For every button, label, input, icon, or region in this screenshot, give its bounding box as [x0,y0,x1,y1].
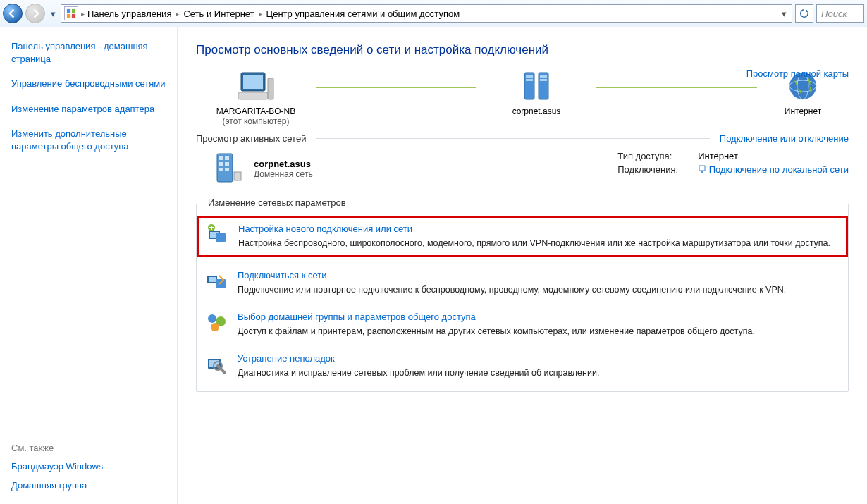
ethernet-icon [698,165,706,173]
full-map-link[interactable]: Просмотр полной карты [746,68,849,79]
connect-network-icon [205,270,228,293]
history-dropdown[interactable]: ▾ [48,4,58,23]
svg-rect-18 [219,156,223,160]
network-map: Просмотр полной карты MARGARITA-BO-NB (э… [196,68,849,126]
search-input[interactable]: Поиск [816,4,864,23]
active-networks-header: Просмотр активных сетей Подключение или … [196,133,849,144]
chevron-right-icon: ▸ [259,10,262,18]
connector-line [596,87,757,90]
node-pc-sub: (этот компьютер) [223,116,290,126]
active-network-row: corpnet.asus Доменная сеть Тип доступа: … [210,151,849,187]
task-connect-desc: Подключение или повторное подключение к … [238,283,840,296]
server-icon [517,68,556,104]
task-new-connection[interactable]: Настройка нового подключения или сети [238,223,412,234]
svg-rect-22 [219,168,223,171]
node-this-pc: MARGARITA-BO-NB (этот компьютер) [196,68,316,126]
sidebar-homegroup[interactable]: Домашняя группа [11,480,87,491]
change-settings-group: Изменение сетевых параметров Настройка н… [196,204,849,392]
svg-rect-23 [225,168,229,171]
address-bar[interactable]: ▸ Панель управления ▸ Сеть и Интернет ▸ … [61,4,792,23]
svg-rect-21 [225,162,229,166]
forward-button[interactable] [25,4,45,23]
sidebar-adapter[interactable]: Изменение параметров адаптера [11,104,154,114]
svg-rect-34 [209,277,216,282]
active-net-name: corpnet.asus [254,159,313,169]
svg-point-36 [208,314,216,323]
svg-rect-10 [526,79,533,81]
svg-rect-6 [238,92,268,99]
svg-rect-2 [67,14,70,18]
svg-rect-1 [72,9,75,13]
search-placeholder: Поиск [821,8,847,19]
sidebar-wireless[interactable]: Управление беспроводными сетями [11,78,166,89]
task-homegroup[interactable]: Выбор домашней группы и параметров общег… [238,312,476,322]
main-content: Просмотр основных сведений о сети и наст… [178,27,867,504]
crumb-control-panel[interactable]: Панель управления [87,8,171,19]
svg-point-38 [211,323,219,331]
breadcrumb: Панель управления ▸ Сеть и Интернет ▸ Це… [87,8,460,19]
svg-rect-9 [526,75,533,78]
troubleshoot-icon [205,353,228,376]
svg-rect-32 [209,227,214,228]
connector-line [316,87,476,90]
svg-rect-3 [72,14,75,18]
domain-network-icon [210,151,244,187]
new-connection-icon [206,223,228,246]
svg-rect-12 [540,75,547,78]
svg-rect-35 [216,279,226,288]
connection-link[interactable]: Подключение по локальной сети [709,164,849,175]
sidebar-sharing[interactable]: Изменить дополнительные параметры общего… [11,128,129,152]
svg-rect-26 [701,171,703,173]
chevron-right-icon: ▸ [176,10,179,18]
svg-rect-19 [225,156,229,160]
task-homegroup-desc: Доступ к файлам и принтерам, расположенн… [238,325,840,338]
task-troubleshoot[interactable]: Устранение неполадок [238,353,335,364]
see-also-label: См. также [11,443,166,453]
crumb-network-center[interactable]: Центр управления сетями и общим доступом [266,8,460,19]
highlighted-task: Настройка нового подключения или сети На… [197,216,848,257]
svg-rect-13 [540,79,547,81]
chevron-right-icon: ▸ [81,10,85,18]
connections-label: Подключения: [617,164,678,175]
node-network: corpnet.asus [476,68,596,116]
change-settings-label: Изменение сетевых параметров [204,197,350,208]
node-net-name: corpnet.asus [512,106,561,116]
active-networks-label: Просмотр активных сетей [196,133,306,144]
svg-rect-0 [67,9,70,13]
page-title: Просмотр основных сведений о сети и наст… [196,43,849,57]
task-new-connection-desc: Настройка беспроводного, широкополосного… [238,237,839,250]
sidebar-home[interactable]: Панель управления - домашняя страница [11,41,148,64]
control-panel-icon [64,6,78,20]
svg-rect-25 [699,166,705,171]
refresh-button[interactable] [795,4,813,23]
connect-disconnect-link[interactable]: Подключение или отключение [720,133,849,144]
access-label: Тип доступа: [617,151,678,161]
task-connect[interactable]: Подключиться к сети [238,270,326,281]
svg-rect-5 [243,75,263,89]
svg-rect-20 [219,162,223,166]
crumb-network-internet[interactable]: Сеть и Интернет [183,8,254,19]
node-inet-name: Интернет [785,106,821,116]
back-button[interactable] [3,4,23,23]
address-dropdown[interactable]: ▾ [779,8,789,19]
sidebar-firewall[interactable]: Брандмауэр Windows [11,461,103,472]
svg-rect-24 [234,172,241,180]
svg-rect-7 [268,78,273,99]
computer-icon [236,68,276,104]
active-net-type: Доменная сеть [254,169,313,179]
access-value: Интернет [698,151,849,161]
sidebar: Панель управления - домашняя страница Уп… [0,27,178,504]
task-troubleshoot-desc: Диагностика и исправление сетевых пробле… [238,367,840,379]
toolbar: ▾ ▸ Панель управления ▸ Сеть и Интернет … [0,0,867,27]
svg-rect-29 [216,233,226,242]
node-pc-name: MARGARITA-BO-NB [216,106,295,116]
homegroup-icon [205,312,228,334]
